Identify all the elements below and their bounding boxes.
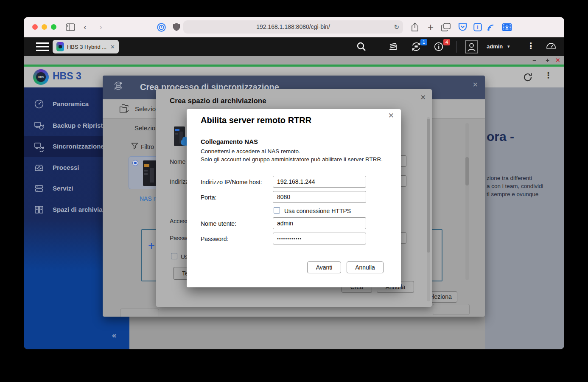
storage-name-label: Nome <box>170 158 185 165</box>
footer-button-partial-left[interactable] <box>120 309 159 317</box>
plus-icon: + <box>148 239 155 253</box>
hbs-logo: HBS <box>33 69 49 85</box>
username-label: Nome utente: <box>201 220 236 227</box>
desktop-background: ‹ › 192.168.1.188:8080/cgi-bin/ ↻ + <box>0 0 588 382</box>
app-title: HBS 3 <box>53 70 81 82</box>
search-icon[interactable] <box>356 41 367 52</box>
nas-radio-selected[interactable] <box>132 160 138 166</box>
forward-button[interactable]: › <box>99 21 102 32</box>
tab-close-icon[interactable]: ✕ <box>110 44 115 50</box>
more-options-icon[interactable]: ⋮ <box>526 41 535 51</box>
user-caret-icon: ▾ <box>507 44 510 49</box>
app-tab-hbs3[interactable]: HBS 3 Hybrid ... ✕ <box>53 40 119 53</box>
user-name[interactable]: admin <box>487 43 503 50</box>
sync-badge: 1 <box>420 39 427 45</box>
tab-overview-icon[interactable] <box>440 22 451 33</box>
backup-restore-icon <box>34 120 45 131</box>
next-button[interactable]: Avanti <box>307 261 341 273</box>
https-label: Usa connessione HTTPS <box>284 208 351 214</box>
tab-title: HBS 3 Hybrid ... <box>67 44 106 50</box>
toolbar-step-label: Selezion <box>135 105 160 112</box>
folder-select-icon <box>119 103 130 114</box>
landing-description: zione tra differenti a con i team, condi… <box>487 174 543 198</box>
refresh-icon[interactable] <box>522 72 533 83</box>
user-avatar[interactable] <box>465 40 478 53</box>
sync-job-icon <box>113 80 124 91</box>
browser-window: ‹ › 192.168.1.188:8080/cgi-bin/ ↻ + <box>24 17 564 349</box>
landing-heading-fragment: ora - <box>487 129 514 144</box>
footer-button-partial-right[interactable] <box>433 304 470 315</box>
storage-https-checkbox[interactable] <box>171 253 177 259</box>
onepassword-icon[interactable] <box>156 22 167 33</box>
filter-label[interactable]: Filtro <box>141 143 154 150</box>
username-input[interactable] <box>273 217 366 229</box>
dialog-storage-scrollbar-track[interactable] <box>427 117 430 301</box>
rss-icon[interactable] <box>486 22 497 33</box>
rtrr-desc-line1: Connettersi e accedere al NAS remoto. <box>201 148 300 154</box>
services-icon <box>34 183 45 194</box>
sync-landing-panel: ora - zione tra differenti a con i team,… <box>485 87 564 349</box>
ip-host-label: Indirizzo IP/Nome host: <box>201 179 262 185</box>
sidebar-toggle-icon[interactable] <box>65 22 76 33</box>
storage-address-label: Indirizz <box>170 178 188 185</box>
qnap-topbar: HBS 3 Hybrid ... ✕ 1 4 admin ▾ <box>24 37 564 56</box>
traffic-zoom-button[interactable] <box>51 24 56 30</box>
url-field[interactable]: 192.168.1.188:8080/cgi-bin/ ↻ <box>183 20 403 34</box>
dialog-rtrr-divider <box>187 133 401 133</box>
url-text: 192.168.1.188:8080/cgi-bin/ <box>256 23 330 30</box>
instapaper-icon[interactable]: I <box>472 22 483 33</box>
cancel-button-rtrr[interactable]: Annulla <box>347 261 384 273</box>
share-icon[interactable] <box>409 22 420 33</box>
dialog-rtrr-close-icon[interactable]: ✕ <box>388 112 394 119</box>
dialog-sync-close-icon[interactable]: ✕ <box>473 81 478 88</box>
sync-icon <box>34 141 45 152</box>
storage-spaces-icon <box>34 204 45 215</box>
ip-host-input[interactable] <box>273 176 366 188</box>
dialog-rtrr-title: Abilita server remoto RTRR <box>201 115 311 125</box>
dialog-sync-scrollbar-track[interactable] <box>465 123 469 280</box>
dialog-sync-scrollbar-thumb[interactable] <box>465 157 469 185</box>
topbar-divider <box>377 41 377 53</box>
notifications-badge: 4 <box>443 39 450 45</box>
traffic-minimize-button[interactable] <box>42 24 47 30</box>
rtrr-desc-line2: Solo gli account nel gruppo amministrato… <box>201 156 383 163</box>
gauge-icon <box>34 98 45 110</box>
port-input[interactable] <box>273 191 366 203</box>
pocket-icon[interactable] <box>457 22 468 33</box>
topbar-divider-2 <box>456 41 456 53</box>
https-checkbox[interactable] <box>274 207 280 213</box>
back-button[interactable]: ‹ <box>84 21 87 32</box>
video-downloader-icon[interactable] <box>501 22 512 33</box>
dialog-storage-scrollbar-thumb[interactable] <box>427 119 430 253</box>
window-minimize-button[interactable]: − <box>532 56 536 65</box>
browser-toolbar: ‹ › 192.168.1.188:8080/cgi-bin/ ↻ + <box>24 17 564 37</box>
password-input[interactable] <box>273 233 366 244</box>
port-label: Porta: <box>201 194 216 201</box>
nas-device-image <box>143 160 157 186</box>
filter-funnel-icon <box>131 143 138 150</box>
svg-text:I: I <box>477 25 478 31</box>
privacy-shield-icon[interactable] <box>171 22 182 33</box>
window-maximize-button[interactable]: + <box>546 56 549 65</box>
sidebar-collapse-button[interactable]: « <box>112 331 116 340</box>
window-close-button[interactable]: ✕ <box>555 56 560 65</box>
dialog-storage-close-icon[interactable]: ✕ <box>420 94 426 101</box>
traffic-close-button[interactable] <box>32 24 38 30</box>
storage-access-label: Access <box>170 218 189 225</box>
main-menu-icon[interactable] <box>36 42 49 51</box>
background-tasks-icon[interactable] <box>388 41 399 52</box>
nas-connection-heading: Collegamento NAS <box>201 138 258 145</box>
password-label: Password: <box>201 236 228 242</box>
header-kebab-icon[interactable]: ⋮ <box>544 70 552 80</box>
jobs-tray-icon <box>34 162 45 173</box>
dashboard-gauge-icon[interactable] <box>546 41 557 52</box>
reload-icon[interactable]: ↻ <box>394 20 399 34</box>
hbs3-tab-icon <box>56 42 64 51</box>
dialog-enable-rtrr: Abilita server remoto RTRR ✕ Collegament… <box>187 109 401 287</box>
section-label: Selezion <box>134 124 159 132</box>
app-window-titlebar: − + ✕ <box>24 56 564 65</box>
new-tab-icon[interactable]: + <box>425 22 436 33</box>
dialog-storage-title: Crea spazio di archiviazione <box>170 97 266 105</box>
